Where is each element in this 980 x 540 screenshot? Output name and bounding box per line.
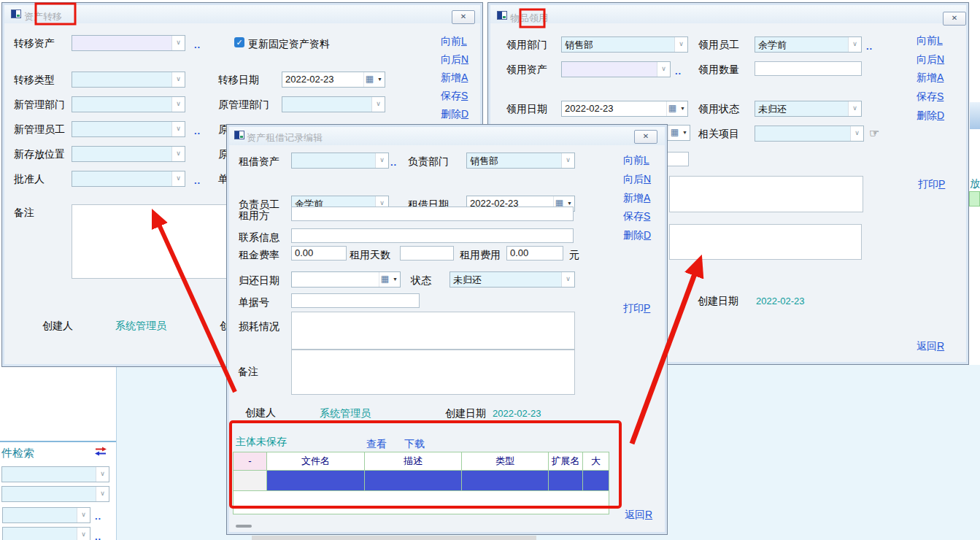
attachment-row-cell[interactable] [462, 471, 549, 491]
close-icon[interactable]: ✕ [452, 10, 475, 24]
req-qty-input[interactable] [755, 61, 862, 76]
chevron-down-icon: ∨ [561, 272, 574, 287]
update-asset-checkbox[interactable]: ✓ [234, 37, 244, 47]
req-emp-select[interactable]: 余学前∨ [755, 36, 862, 53]
dropdown-arrow-icon: ▼ [375, 72, 385, 87]
print-button[interactable]: 打印P [918, 178, 945, 191]
scrollbar-thumb[interactable] [236, 525, 252, 528]
browse-dots-button[interactable]: .. [194, 39, 201, 50]
search-filter-select-2[interactable]: ∨ [1, 486, 109, 502]
transfer-date-picker[interactable]: 2022-02-23▦▼ [282, 72, 385, 88]
transfer-type-select[interactable]: ∨ [72, 72, 185, 88]
browse-dots-button[interactable]: .. [194, 126, 201, 136]
chevron-down-icon: ∨ [371, 97, 385, 112]
new-loc-select[interactable]: ∨ [72, 146, 185, 162]
form-icon [497, 11, 507, 20]
attachment-col-description[interactable]: 描述 [365, 452, 462, 471]
doc-no-input[interactable] [291, 293, 420, 308]
wear-label: 损耗情况 [239, 320, 279, 333]
browse-dots-button[interactable]: .. [390, 157, 397, 168]
save-button[interactable]: 保存S [917, 90, 944, 104]
titlebar[interactable] [4, 5, 480, 23]
add-button[interactable]: 新增A [917, 72, 944, 85]
attachment-col-filename[interactable]: 文件名 [267, 452, 365, 471]
approver-select[interactable]: ∨ [72, 171, 185, 187]
search-filter-select-4[interactable]: ∨ [2, 527, 90, 540]
save-button[interactable]: 保存S [441, 90, 468, 103]
attachment-col-type[interactable]: 类型 [462, 452, 549, 471]
transfer-asset-select[interactable]: ∨ [72, 35, 185, 51]
delete-button[interactable]: 删除D [623, 229, 651, 242]
next-button[interactable]: 向后N [917, 53, 944, 66]
attachment-row-cell[interactable] [267, 471, 365, 491]
next-button[interactable]: 向后N [623, 173, 651, 186]
chevron-down-icon: ∨ [375, 153, 388, 168]
rate-input[interactable]: 0.00 [291, 246, 347, 261]
rental-asset-select[interactable]: ∨ [291, 153, 389, 169]
prev-button[interactable]: 向前L [623, 154, 649, 167]
browse-dots-button[interactable]: .. [95, 531, 101, 540]
new-dept-select[interactable]: ∨ [72, 96, 185, 112]
renter-input[interactable] [291, 207, 574, 221]
pointing-hand-icon[interactable]: ☞ [869, 126, 879, 140]
prev-button[interactable]: 向前L [441, 35, 467, 48]
search-panel-title: 件检索 [1, 447, 34, 460]
wear-textarea[interactable] [291, 312, 575, 350]
browse-dots-button[interactable]: .. [95, 511, 101, 522]
close-icon[interactable]: ✕ [943, 12, 966, 26]
attachment-row-cell[interactable] [234, 471, 267, 491]
close-icon[interactable]: ✕ [634, 130, 657, 144]
search-filter-select-1[interactable]: ∨ [1, 466, 109, 482]
transfer-asset-label: 转移资产 [14, 37, 55, 50]
req-asset-select[interactable]: ∨ [561, 61, 671, 77]
view-button[interactable]: 查看 [366, 438, 387, 451]
attachment-row-cell[interactable] [583, 471, 609, 491]
creator-label: 创建人 [42, 320, 73, 333]
delete-button[interactable]: 删除D [441, 108, 468, 121]
req-status-select[interactable]: 未归还∨ [755, 101, 862, 117]
req-textarea-1[interactable] [669, 176, 863, 212]
attachment-col-size[interactable]: 大 [583, 452, 609, 471]
next-button[interactable]: 向后N [441, 53, 468, 66]
attachment-row-cell[interactable] [365, 471, 462, 491]
search-filter-select-3[interactable]: ∨ [2, 507, 90, 523]
created-date-label: 创建日期 [445, 407, 486, 420]
prev-button[interactable]: 向前L [917, 34, 943, 47]
add-button[interactable]: 新增A [623, 192, 650, 205]
chevron-down-icon: ∨ [848, 37, 861, 52]
req-date-picker[interactable]: 2022-02-23▦▼ [561, 101, 688, 117]
new-emp-select[interactable]: ∨ [72, 121, 185, 137]
download-button[interactable]: 下载 [404, 438, 425, 451]
swap-arrows-icon[interactable] [94, 446, 107, 459]
browse-dots-button[interactable]: .. [866, 41, 873, 52]
back-button[interactable]: 返回R [917, 340, 944, 353]
req-textarea-2[interactable] [669, 224, 862, 260]
return-date-picker[interactable]: ▦▼ [291, 271, 401, 288]
attachment-row-cell[interactable] [549, 471, 583, 491]
attachment-col-select[interactable]: - [234, 452, 267, 471]
remark-textarea[interactable] [291, 350, 575, 395]
browse-dots-button[interactable]: .. [675, 66, 682, 77]
back-button[interactable]: 返回R [625, 509, 652, 522]
print-button[interactable]: 打印P [623, 302, 650, 315]
chevron-down-icon: ∨ [561, 153, 574, 168]
days-input[interactable] [400, 246, 454, 261]
delete-button[interactable]: 删除D [917, 109, 944, 123]
rental-dept-select[interactable]: 销售部∨ [466, 153, 575, 169]
approver-label: 批准人 [14, 173, 45, 186]
browse-dots-button[interactable]: .. [194, 175, 201, 186]
orig-dept-select[interactable]: ∨ [282, 96, 385, 112]
add-button[interactable]: 新增A [441, 72, 468, 85]
contact-input[interactable] [291, 228, 574, 243]
dialog-rental-record-edit: 资产租借记录编辑 ✕ 租借资产 ∨ .. 负责部门 销售部∨ 负责员工 余学前∨… [226, 124, 668, 535]
transfer-date-label: 转移日期 [218, 74, 259, 87]
titlebar[interactable] [490, 5, 966, 23]
chevron-down-icon: ∨ [171, 36, 185, 50]
save-button[interactable]: 保存S [623, 210, 650, 223]
remark-textarea[interactable] [72, 204, 228, 279]
fee-input[interactable]: 0.00 [506, 246, 563, 261]
attachment-col-extension[interactable]: 扩展名 [549, 452, 583, 471]
status-select[interactable]: 未归还∨ [450, 271, 575, 288]
req-project-select[interactable]: ∨ [755, 126, 864, 142]
req-dept-select[interactable]: 销售部∨ [561, 36, 688, 53]
